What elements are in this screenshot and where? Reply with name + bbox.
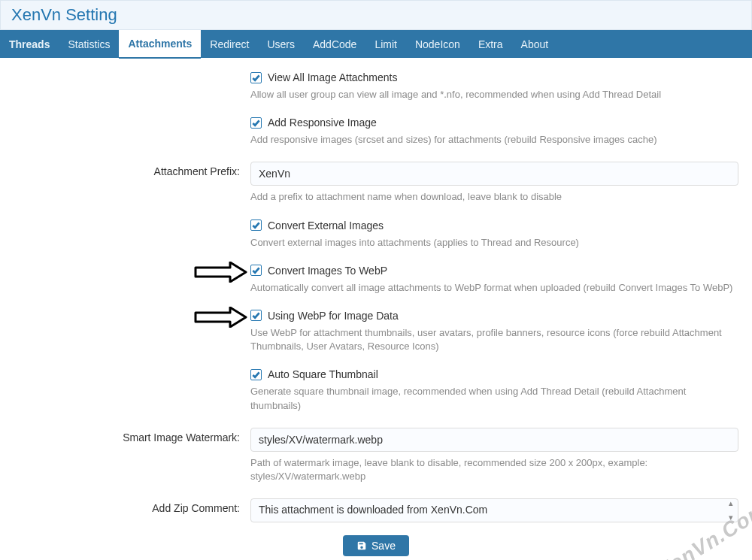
page-title: XenVn Setting [11, 5, 741, 25]
save-icon [356, 540, 367, 551]
option-label: Add Responsive Image [268, 117, 377, 129]
tab-about[interactable]: About [512, 31, 558, 58]
save-button-label: Save [371, 540, 396, 552]
tab-attachments[interactable]: Attachments [119, 30, 201, 59]
row-label: Attachment Prefix: [14, 162, 250, 177]
annotation-arrow-icon [194, 262, 248, 285]
row-label: Add Zip Comment: [14, 498, 250, 514]
zip-comment-textarea[interactable]: This attachment is downloaded from XenVn… [250, 498, 738, 522]
option-desc: Automatically convert all image attachme… [250, 281, 738, 295]
tab-redirect[interactable]: Redirect [201, 31, 258, 58]
option-desc: Convert external images into attachments… [250, 236, 738, 250]
checkbox-auto-square[interactable] [250, 369, 262, 380]
option-row-use-webp: Using WebP for Image Data Use WebP for a… [14, 310, 738, 353]
option-row-convert-external: Convert External Images Convert external… [14, 219, 738, 250]
option-desc: Path of watermark image, leave blank to … [250, 456, 738, 483]
option-row-responsive: Add Responsive Image Add responsive imag… [14, 117, 738, 147]
option-label: Convert Images To WebP [268, 265, 387, 277]
tab-bar: Threads Statistics Attachments Redirect … [0, 30, 752, 58]
option-row-convert-webp: Convert Images To WebP Automatically con… [14, 265, 738, 295]
option-label: View All Image Attachments [268, 71, 398, 83]
tab-limit[interactable]: Limit [365, 31, 406, 58]
form-content: View All Image Attachments Allow all use… [0, 58, 752, 522]
checkbox-convert-webp[interactable] [250, 265, 262, 276]
option-row-watermark: Smart Image Watermark: Path of watermark… [14, 428, 738, 483]
option-label: Using WebP for Image Data [268, 310, 399, 322]
tab-users[interactable]: Users [258, 31, 304, 58]
tab-extra[interactable]: Extra [469, 31, 512, 58]
annotation-arrow-icon [194, 307, 248, 330]
watermark-path-input[interactable] [250, 428, 738, 452]
option-label: Convert External Images [268, 219, 384, 232]
tab-statistics[interactable]: Statistics [59, 31, 119, 58]
checkbox-convert-external[interactable] [250, 219, 262, 231]
save-button[interactable]: Save [343, 535, 409, 556]
option-desc: Add a prefix to attachment name when dow… [250, 190, 738, 204]
footer-bar: Save [0, 531, 752, 560]
checkbox-view-all[interactable] [250, 72, 262, 83]
option-desc: Allow all user group can view all image … [250, 88, 738, 101]
checkbox-responsive[interactable] [250, 117, 262, 129]
page-header: XenVn Setting [0, 0, 752, 30]
option-label: Auto Square Thumbnail [268, 368, 378, 380]
option-row-zip: Add Zip Comment: This attachment is down… [14, 498, 738, 522]
checkbox-use-webp[interactable] [250, 310, 262, 321]
tab-threads[interactable]: Threads [0, 31, 59, 58]
option-row-view-all: View All Image Attachments Allow all use… [14, 71, 738, 101]
option-desc: Use WebP for attachment thumbnails, user… [250, 326, 738, 353]
attachment-prefix-input[interactable] [250, 162, 738, 186]
option-desc: Add responsive images (srcset and sizes)… [250, 133, 738, 147]
option-row-prefix: Attachment Prefix: Add a prefix to attac… [14, 162, 738, 204]
tab-nodeicon[interactable]: NodeIcon [406, 31, 469, 58]
option-desc: Generate square thumbnail image, recomme… [250, 385, 738, 412]
row-label: Smart Image Watermark: [14, 428, 250, 443]
tab-addcode[interactable]: AddCode [304, 31, 365, 58]
option-row-auto-square: Auto Square Thumbnail Generate square th… [14, 368, 738, 412]
